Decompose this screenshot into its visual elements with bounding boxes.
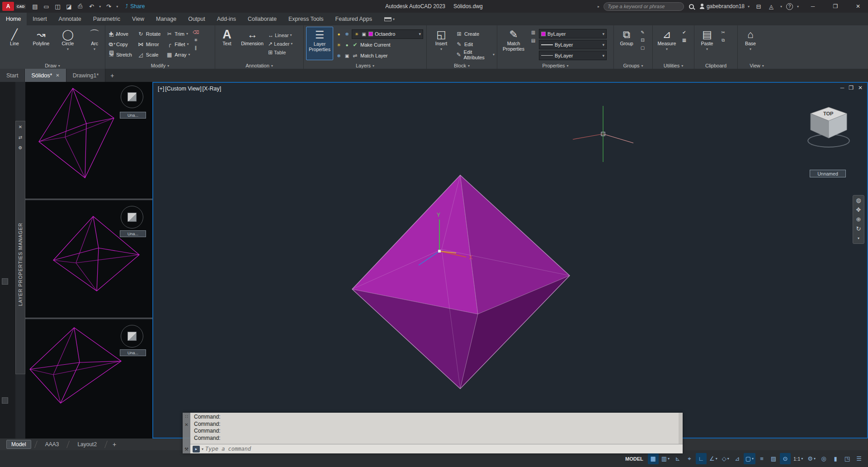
- explode-icon[interactable]: ✳: [193, 37, 199, 43]
- viewcube-view-name[interactable]: Unnamed: [810, 170, 846, 177]
- arc-button[interactable]: ⌒ Arc ▾: [82, 27, 107, 60]
- array-button[interactable]: ▦Array▾: [166, 50, 190, 59]
- line-button[interactable]: ╱ Line: [2, 27, 27, 60]
- viewcube-top-label[interactable]: TOP: [823, 111, 833, 116]
- redo-caret-icon[interactable]: ▾: [115, 1, 119, 11]
- make-current-button[interactable]: ✔ Make Current: [352, 40, 391, 50]
- selection-cycling-toggle[interactable]: ⊙: [780, 453, 791, 464]
- transparency-toggle[interactable]: ▨: [768, 453, 779, 464]
- table-button[interactable]: ⊞Table: [268, 49, 292, 56]
- panel-label-layers[interactable]: Layers▾: [304, 63, 426, 68]
- object-snap-toggle[interactable]: ▢▾: [744, 453, 755, 464]
- panel-label-properties[interactable]: Properties▾: [497, 63, 613, 68]
- linetype-dropdown[interactable]: ByLayer ▾: [539, 51, 607, 60]
- tab-parametric[interactable]: Parametric: [87, 13, 126, 25]
- panel-label-draw[interactable]: Draw▾: [0, 63, 105, 68]
- orbit-icon[interactable]: ↻: [856, 226, 861, 232]
- autodesk-app-caret-icon[interactable]: ▾: [779, 1, 783, 11]
- layer-unisolate-icon[interactable]: ●: [344, 42, 350, 48]
- viewcube[interactable]: TOP: [802, 101, 856, 152]
- properties-list-icon[interactable]: ▤: [530, 37, 537, 44]
- undo-icon[interactable]: ↶: [86, 1, 96, 11]
- layer-freeze-icon[interactable]: ❄: [344, 31, 350, 38]
- paste-button[interactable]: ▤ Paste ▾: [697, 27, 717, 60]
- help-search-input[interactable]: [608, 4, 680, 9]
- dimension-button[interactable]: ↔ Dimension: [239, 27, 266, 60]
- graphics-performance-button[interactable]: ▮: [830, 453, 841, 464]
- viewport-preview-2[interactable]: Una...: [25, 200, 152, 319]
- viewcube-view-label[interactable]: Una...: [120, 230, 146, 237]
- match-layer-button[interactable]: ⇌ Match Layer: [352, 51, 388, 61]
- panel-label-clipboard[interactable]: Clipboard: [694, 63, 737, 68]
- autocad-logo-icon[interactable]: A: [2, 2, 14, 11]
- window-close-button[interactable]: ✕: [848, 0, 868, 13]
- base-button[interactable]: ⌂ Base ▾: [740, 27, 761, 60]
- drawing-minimize-icon[interactable]: ─: [840, 85, 844, 91]
- ungroup-icon[interactable]: ⊟: [639, 37, 646, 43]
- ribbon-display-toggle[interactable]: ▾: [382, 13, 397, 25]
- lineweight-dropdown[interactable]: ByLayer ▾: [539, 40, 607, 49]
- layer-isolate-icon[interactable]: ☀: [335, 42, 342, 48]
- insert-block-button[interactable]: ◱ Insert ▾: [429, 27, 453, 60]
- trim-button[interactable]: ✂Trim▾: [166, 29, 190, 38]
- layer-freeze-all-icon[interactable]: ❄: [335, 52, 342, 59]
- plot-icon[interactable]: ⎙: [75, 1, 85, 11]
- offset-icon[interactable]: ∥: [193, 44, 199, 51]
- search-icon[interactable]: [687, 1, 697, 11]
- tab-express-tools[interactable]: Express Tools: [283, 13, 330, 25]
- share-button[interactable]: ⤴ Share: [125, 3, 145, 10]
- panel-label-view[interactable]: View▾: [738, 63, 776, 68]
- layer-lock-toggle-icon[interactable]: ▣: [344, 52, 350, 59]
- undo-caret-icon[interactable]: ▾: [98, 1, 102, 11]
- tab-annotate[interactable]: Annotate: [53, 13, 87, 25]
- steering-wheel-icon[interactable]: ◍: [856, 197, 861, 204]
- tab-collaborate[interactable]: Collaborate: [242, 13, 283, 25]
- copy-clip-icon[interactable]: ⧉: [720, 37, 726, 43]
- layout-tab-aaa3[interactable]: AAA3: [41, 440, 64, 448]
- pane-resize-handle[interactable]: [2, 397, 8, 404]
- command-input[interactable]: [205, 446, 680, 452]
- dynamic-input-toggle[interactable]: ⌖: [684, 453, 695, 464]
- account-button[interactable]: gabebrandon18 ▾: [699, 1, 751, 11]
- linear-button[interactable]: ↔Linear▾: [268, 32, 292, 38]
- help-icon[interactable]: ?: [786, 3, 793, 10]
- new-file-icon[interactable]: ▤: [30, 1, 40, 11]
- help-search-box[interactable]: [604, 2, 684, 11]
- copy-button[interactable]: ⧉Copy: [108, 39, 132, 49]
- group-selection-icon[interactable]: ▢: [639, 44, 646, 51]
- text-button[interactable]: A Text: [217, 27, 236, 60]
- layer-off-icon[interactable]: ●: [335, 31, 342, 38]
- viewcube-view-label[interactable]: Una...: [120, 349, 146, 356]
- fillet-button[interactable]: ╭Fillet▾: [166, 39, 190, 49]
- command-recent-caret-icon[interactable]: ▾: [202, 447, 203, 451]
- help-caret-icon[interactable]: ▾: [796, 1, 800, 11]
- save-icon[interactable]: ◫: [52, 1, 62, 11]
- drawing-close-icon[interactable]: ✕: [858, 85, 863, 91]
- annotation-scale-button[interactable]: 1:1▾: [792, 453, 805, 464]
- create-block-button[interactable]: ⊞Create: [456, 29, 495, 38]
- navbar-more-icon[interactable]: ▾: [858, 235, 859, 242]
- layout-tab-layout2[interactable]: Layout2: [73, 440, 101, 448]
- viewcube-view-label[interactable]: Una...: [120, 112, 146, 119]
- polar-tracking-toggle[interactable]: ∠▾: [708, 453, 719, 464]
- panel-label-groups[interactable]: Groups▾: [614, 63, 652, 68]
- erase-icon[interactable]: ⌫: [193, 29, 199, 36]
- isometric-drafting-toggle[interactable]: ◇▾: [720, 453, 731, 464]
- rotate-button[interactable]: ↻Rotate: [137, 29, 160, 38]
- panel-label-modify[interactable]: Modify▾: [105, 63, 215, 68]
- edit-attributes-button[interactable]: ✎Edit Attributes▾: [456, 50, 495, 59]
- file-tab-solidos[interactable]: Sólidos* ✕: [25, 69, 66, 82]
- model-space-toggle[interactable]: MODEL: [625, 456, 643, 462]
- workspace-switching-button[interactable]: ⚙▾: [806, 453, 817, 464]
- panel-label-annotation[interactable]: Annotation▾: [215, 63, 303, 68]
- tab-add-ins[interactable]: Add-ins: [211, 13, 242, 25]
- viewport-view-control[interactable]: [Custom View]: [165, 86, 201, 92]
- quick-select-icon[interactable]: ✔: [681, 29, 688, 36]
- mini-viewcube-icon[interactable]: [121, 206, 143, 229]
- palette-autohide-icon[interactable]: ⇄: [17, 134, 24, 140]
- measure-button[interactable]: ⊿ Measure ▾: [655, 27, 679, 60]
- layout-tab-model[interactable]: Model: [6, 440, 31, 449]
- layer-properties-button[interactable]: ☰ Layer Properties: [306, 27, 333, 60]
- save-as-icon[interactable]: ◪: [64, 1, 74, 11]
- quick-calc-icon[interactable]: ▦: [681, 37, 688, 43]
